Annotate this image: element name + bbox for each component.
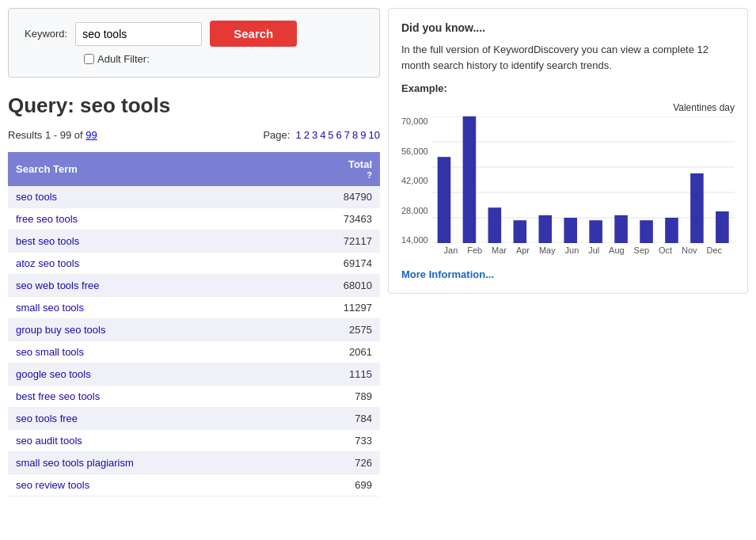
search-term-link[interactable]: seo small tools [16,346,84,358]
month-label: Aug [609,245,625,255]
table-row: small seo tools plagiarism 726 [8,452,380,474]
table-row: seo small tools 2061 [8,341,380,363]
info-box: Did you know.... In the full version of … [388,8,748,294]
table-row: seo web tools free 68010 [8,275,380,297]
search-term-link[interactable]: atoz seo tools [16,257,79,269]
bar-may [538,215,552,243]
page-9[interactable]: 9 [360,129,366,141]
bar-mar [488,207,501,243]
info-title: Did you know.... [401,21,735,34]
page-7[interactable]: 7 [344,129,350,141]
search-term-link[interactable]: group buy seo tools [16,324,105,336]
keyword-label: Keyword: [25,28,67,40]
search-term-link[interactable]: seo review tools [16,479,89,491]
month-label: Sep [634,245,650,255]
month-label: Oct [659,245,672,255]
bar-dec [716,211,729,243]
adult-filter-label: Adult Filter: [97,53,150,65]
search-term-link[interactable]: best seo tools [16,235,79,247]
keyword-input[interactable] [75,22,202,46]
search-term-link[interactable]: seo audit tools [16,435,82,447]
col-search-term: Search Term [8,152,287,186]
month-label: Feb [467,245,482,255]
table-row: small seo tools 11297 [8,297,380,319]
bar-jul [589,220,602,243]
page-4[interactable]: 4 [320,129,325,141]
month-label: Apr [516,245,530,255]
table-row: seo tools 84790 [8,186,380,208]
total-value: 72117 [287,230,380,253]
month-label: Dec [706,245,722,255]
month-label: Mar [492,245,507,255]
total-value: 2575 [287,319,380,341]
page-8[interactable]: 8 [352,129,358,141]
total-value: 733 [287,430,380,452]
page-1[interactable]: 1 [295,129,301,141]
results-count-link[interactable]: 99 [85,129,97,141]
bar-jun [564,218,577,243]
chart-labels: JanFebMarAprMayJunJulAugSepOctNovDec [431,245,735,255]
total-value: 726 [287,452,380,474]
total-value: 69174 [287,253,380,275]
example-label: Example: [401,82,735,94]
bar-sep [640,220,653,243]
page-6[interactable]: 6 [336,129,342,141]
total-value: 11297 [287,297,380,319]
more-info: More Information... [401,268,735,280]
search-button[interactable]: Search [210,21,297,47]
bar-apr [513,220,526,243]
search-term-link[interactable]: small seo tools plagiarism [16,457,134,469]
table-row: free seo tools 73463 [8,208,380,230]
more-info-link[interactable]: More Information... [401,268,494,280]
results-info: Results 1 - 99 of 99 Page: 1 2 3 4 5 6 7… [8,129,380,141]
bar-oct [665,218,678,243]
chart-area: Valentines day 70,000 56,000 42,000 28,0… [401,102,735,259]
table-row: seo review tools 699 [8,474,380,496]
month-label: Jan [444,245,458,255]
chart-title: Valentines day [401,102,735,113]
table-row: group buy seo tools 2575 [8,319,380,341]
page-2[interactable]: 2 [304,129,310,141]
total-value: 789 [287,386,380,408]
query-heading: Query: seo tools [8,93,380,118]
page-10[interactable]: 10 [369,129,380,141]
search-term-link[interactable]: small seo tools [16,302,84,314]
table-row: best seo tools 72117 [8,230,380,253]
pagination: Page: 1 2 3 4 5 6 7 8 9 10 [263,129,380,141]
bar-jan [437,157,450,243]
month-label: Jun [565,245,579,255]
search-term-link[interactable]: seo tools [16,191,57,203]
bar-nov [690,173,704,243]
search-term-link[interactable]: seo web tools free [16,280,100,291]
month-label: Jul [588,245,599,255]
total-value: 699 [287,474,380,496]
results-table: Search Term Total ? seo tools 84790 free… [8,152,380,496]
total-value: 84790 [287,186,380,208]
search-term-link[interactable]: best free seo tools [16,390,100,402]
total-value: 1115 [287,363,380,386]
table-row: atoz seo tools 69174 [8,253,380,275]
search-term-link[interactable]: seo tools free [16,413,78,424]
table-row: seo audit tools 733 [8,430,380,452]
page-3[interactable]: 3 [312,129,317,141]
left-panel: Keyword: Search Adult Filter: Query: seo… [8,8,380,496]
search-box: Keyword: Search Adult Filter: [8,8,380,78]
bar-feb [462,116,476,243]
table-row: google seo tools 1115 [8,363,380,386]
bar-aug [614,215,628,243]
month-label: Nov [682,245,697,255]
table-row: seo tools free 784 [8,408,380,430]
table-row: best free seo tools 789 [8,386,380,408]
total-value: 784 [287,408,380,430]
results-count: Results 1 - 99 of 99 [8,129,97,141]
total-value: 68010 [287,275,380,297]
search-term-link[interactable]: google seo tools [16,368,91,380]
total-value: 73463 [287,208,380,230]
total-value: 2061 [287,341,380,363]
month-label: May [539,245,556,255]
page-5[interactable]: 5 [328,129,333,141]
adult-filter-checkbox[interactable] [84,54,94,64]
right-panel: Did you know.... In the full version of … [388,8,748,496]
search-term-link[interactable]: free seo tools [16,213,78,225]
col-total: Total ? [287,152,380,186]
